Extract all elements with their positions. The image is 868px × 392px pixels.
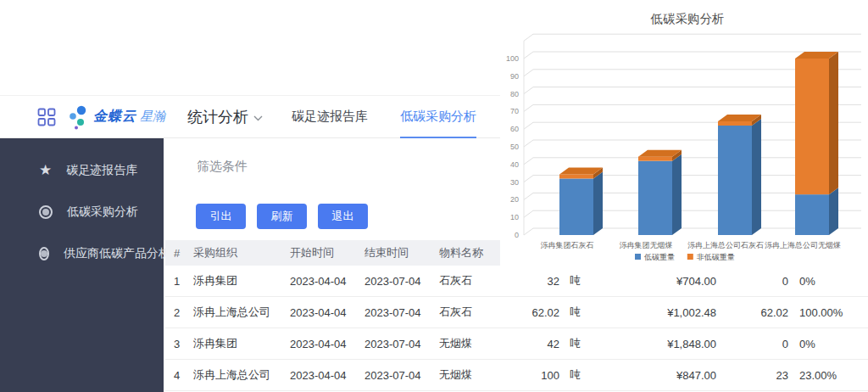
cell-amount: ¥847.00	[593, 369, 716, 382]
top-nav-bar: 金蝶云 星瀚 统计分析 碳足迹报告库 低碳采购分析	[0, 95, 502, 138]
tab-low-carbon-purchase-analysis[interactable]: 低碳采购分析	[400, 95, 476, 138]
cell-start-date: 2023-04-04	[290, 369, 364, 382]
chart-bar-non-low-carbon-side	[829, 52, 838, 194]
chart-bar-low-carbon-side	[829, 188, 838, 235]
chart-legend-marker	[635, 254, 641, 260]
cell-row-number: 1	[165, 275, 193, 288]
chart-category-label: 泺冉集团无烟煤	[620, 241, 673, 249]
sidebar-item-low-carbon-purchase[interactable]: 低碳采购分析	[0, 191, 164, 232]
chart-bar-non-low-carbon	[718, 121, 752, 126]
cell-purchase-org: 泺冉上海总公司	[193, 367, 290, 383]
action-button-row: 引出 刷新 退出	[196, 204, 368, 229]
chart-ytick-label: 70	[510, 107, 519, 115]
header-purchase-org: 采购组织	[193, 245, 290, 260]
filter-conditions-title: 筛选条件	[197, 159, 248, 175]
sidebar-item-label: 低碳采购分析	[67, 204, 138, 220]
export-button[interactable]: 引出	[196, 204, 246, 229]
cell-end-date: 2023-07-04	[364, 306, 439, 319]
chart-bar-non-low-carbon	[795, 59, 829, 194]
kingdee-logo-icon	[68, 104, 90, 131]
sidebar-item-label: 碳足迹报告库	[66, 163, 137, 178]
chart-bar-non-low-carbon	[559, 174, 593, 178]
cell-unit: 吨	[559, 336, 593, 351]
header-start-date: 开始时间	[290, 245, 364, 260]
cell-end-date: 2023-07-04	[364, 275, 439, 288]
header-row-number: #	[165, 247, 193, 260]
cell-amount: ¥1,848.00	[593, 338, 716, 350]
table-body: 1泺冉集团2023-04-042023-07-04石灰石32吨¥704.0000…	[165, 266, 868, 391]
chart-bar-low-carbon-side	[752, 119, 761, 235]
chevron-down-icon	[253, 115, 263, 121]
chart-bar-low-carbon	[638, 161, 672, 235]
cell-low-carbon-quantity: 23	[716, 369, 788, 382]
table-header: # 采购组织 开始时间 结束时间 物料名称	[165, 240, 504, 266]
cell-row-number: 3	[165, 338, 193, 350]
chart-panel: 低碳采购分析0102030405060708090100泺冉集团石灰石泺冉集团无…	[500, 0, 868, 273]
chart-gridline	[524, 34, 861, 41]
chart-bar-non-low-carbon	[638, 157, 672, 161]
header-material-name: 物料名称	[439, 245, 504, 260]
cell-low-carbon-percent: 0%	[788, 275, 868, 288]
cell-amount: ¥704.00	[593, 275, 716, 288]
cell-low-carbon-quantity: 0	[716, 275, 788, 288]
chart-ytick-label: 100	[506, 54, 519, 63]
cell-unit: 吨	[559, 367, 593, 383]
chart-category-label: 泺冉集团石灰石	[541, 241, 594, 249]
cell-unit: 吨	[559, 305, 593, 320]
chart-bar-low-carbon-side	[672, 154, 682, 235]
sidebar: ★ 碳足迹报告库 低碳采购分析 供应商低碳产品分析	[0, 138, 164, 392]
chart-ytick-label: 20	[510, 195, 519, 204]
chart-ytick-label: 50	[510, 143, 519, 151]
cell-low-carbon-percent: 23.00%	[788, 369, 868, 382]
chart-ytick-label: 0	[515, 231, 519, 239]
apps-grid-icon[interactable]	[37, 108, 56, 126]
chart-legend-label: 低碳重量	[643, 253, 675, 261]
chart-ytick-label: 90	[510, 72, 519, 81]
refresh-button[interactable]: 刷新	[257, 204, 307, 229]
radio-icon	[39, 205, 53, 219]
cell-unit: 吨	[559, 273, 593, 288]
cell-purchase-org: 泺冉集团	[193, 336, 290, 351]
tab-carbon-footprint-report[interactable]: 碳足迹报告库	[292, 95, 368, 138]
cell-row-number: 2	[165, 306, 193, 319]
logo-text-secondary: 星瀚	[140, 109, 165, 125]
nav-menu-statistics[interactable]: 统计分析	[187, 107, 263, 127]
chart-ytick-label: 10	[510, 213, 519, 221]
cell-material-name: 无烟煤	[439, 336, 504, 351]
chart-legend-label: 非低碳重量	[697, 253, 735, 261]
header-end-date: 结束时间	[364, 245, 439, 260]
tab-bar: 碳足迹报告库 低碳采购分析	[292, 95, 476, 138]
exit-button[interactable]: 退出	[318, 204, 368, 229]
cell-low-carbon-quantity: 0	[716, 338, 788, 350]
cell-material-name: 无烟煤	[439, 367, 504, 383]
cell-row-number: 4	[165, 369, 193, 382]
logo-text-primary: 金蝶云	[93, 108, 136, 126]
radio-icon	[39, 247, 49, 260]
table-row[interactable]: 3泺冉集团2023-04-042023-07-04无烟煤42吨¥1,848.00…	[165, 328, 868, 360]
cell-purchase-org: 泺冉上海总公司	[193, 305, 290, 320]
cell-start-date: 2023-04-04	[290, 306, 364, 319]
chart-bar-low-carbon-side	[593, 171, 603, 235]
cell-low-carbon-quantity: 62.02	[716, 306, 788, 319]
cell-end-date: 2023-07-04	[364, 369, 439, 382]
cell-quantity: 62.02	[504, 306, 559, 319]
cell-amount: ¥1,002.48	[593, 306, 716, 319]
chart-ytick-label: 30	[510, 178, 519, 187]
cell-material-name: 石灰石	[439, 305, 504, 320]
chart-ytick-label: 80	[510, 90, 519, 98]
cell-material-name: 石灰石	[439, 273, 504, 288]
sidebar-item-supplier-low-carbon-products[interactable]: 供应商低碳产品分析	[0, 232, 164, 274]
chart-ytick-label: 40	[510, 160, 519, 169]
cell-start-date: 2023-04-04	[290, 275, 364, 288]
star-icon: ★	[39, 163, 52, 177]
sidebar-item-label: 供应商低碳产品分析	[64, 246, 170, 261]
chart-legend-marker	[687, 254, 693, 260]
chart-bar-low-carbon	[795, 194, 829, 235]
sidebar-item-carbon-footprint-report[interactable]: ★ 碳足迹报告库	[0, 149, 164, 191]
cell-quantity: 42	[504, 338, 559, 350]
table-row[interactable]: 2泺冉上海总公司2023-04-042023-07-04石灰石62.02吨¥1,…	[165, 297, 868, 328]
chart-title: 低碳采购分析	[650, 12, 725, 25]
table-row[interactable]: 4泺冉上海总公司2023-04-042023-07-04无烟煤100吨¥847.…	[165, 360, 868, 391]
cell-purchase-org: 泺冉集团	[193, 273, 290, 288]
purchase-analysis-chart: 低碳采购分析0102030405060708090100泺冉集团石灰石泺冉集团无…	[500, 0, 868, 273]
